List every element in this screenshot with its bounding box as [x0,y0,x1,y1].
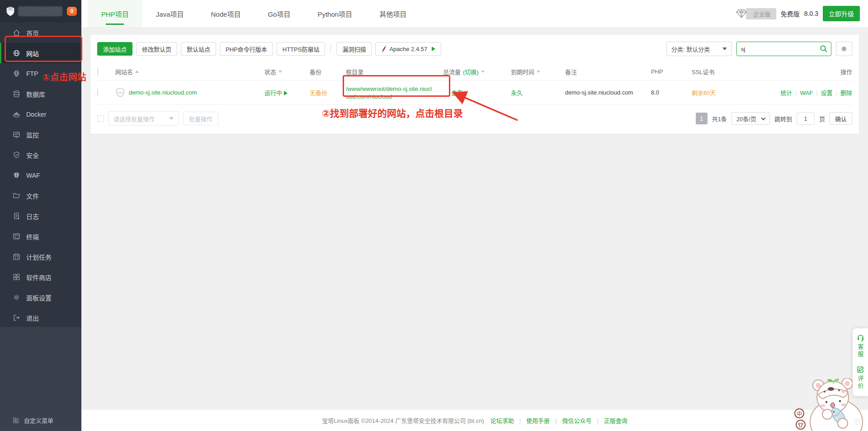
ssl-remaining-link[interactable]: 剩余60天 [692,90,716,96]
action-settings-link[interactable]: 设置 [821,90,833,96]
headset-icon [857,334,864,341]
add-site-button[interactable]: 添加站点 [97,42,132,56]
note-cell[interactable]: demo-sj.site.niucloud.com [565,89,651,96]
floating-widget: 客服 评价 [853,328,868,396]
search-box [736,42,831,56]
batch-action-button[interactable]: 批量操作 [183,112,218,125]
status-running-link[interactable]: 运行中 [264,90,282,96]
header-root-dir: 根目录 [346,67,443,76]
per-page-value: 20条/页 [736,114,756,123]
jump-page-input[interactable] [797,112,815,125]
sidebar-item-label: 软件商店 [26,273,52,282]
table-settings-button[interactable] [836,42,852,56]
diamond-icon [736,9,747,19]
backup-cell: 无备份 [310,88,346,97]
action-stats-link[interactable]: 统计 [780,90,792,96]
monitor-icon [13,131,20,138]
batch-select-all-checkbox[interactable] [97,115,104,122]
dress-up-button[interactable] [796,420,806,430]
row-checkbox[interactable] [97,89,98,96]
grid-icon [13,273,20,281]
php-cli-version-button[interactable]: PHP命令行版本 [220,42,273,56]
header-site-name[interactable]: 网站名 [115,67,264,76]
sidebar-item-logout[interactable]: 退出 [0,308,81,328]
expire-link[interactable]: 永久 [511,90,523,96]
tab-php[interactable]: PHP项目 [88,0,142,27]
language-button[interactable]: 中 [794,408,804,418]
sidebar-item-label: 终端 [26,232,39,241]
footer-link-license-check[interactable]: 正版查询 [591,416,627,425]
default-site-button[interactable]: 默认站点 [181,42,216,56]
shirt-icon [798,422,803,427]
header-status[interactable]: 状态 [264,67,310,76]
customer-service-button[interactable]: 客服 [856,334,865,358]
sidebar-item-database[interactable]: 数据库 [0,84,81,104]
sidebar-item-docker[interactable]: Docker [0,104,81,124]
row-actions-cell: 统计|WAF|设置|删除 [760,88,852,97]
sidebar-item-website[interactable]: 网站 [0,43,81,63]
sidebar-item-files[interactable]: 文件 [0,185,81,206]
sidebar-item-label: 监控 [26,130,39,139]
tab-go[interactable]: Go项目 [254,0,304,27]
page-number-button[interactable]: 1 [696,113,708,124]
edit-default-page-button[interactable]: 修改默认页 [136,42,177,56]
select-all-checkbox[interactable] [97,68,98,76]
apache-feather-icon [381,46,387,52]
sidebar-item-home[interactable]: 首页 [0,23,81,43]
sidebar-item-app-store[interactable]: 软件商店 [0,267,81,287]
vuln-scan-button[interactable]: 漏洞扫描 [336,42,372,56]
jump-confirm-button[interactable]: 确认 [830,112,852,125]
site-name-cell: WAF demo-sj.site.niucloud.com [115,87,264,98]
header-backup: 备份 [310,67,346,76]
edit-icon [857,365,864,373]
customer-service-label: 客服 [856,344,865,358]
per-page-select[interactable]: 20条/页 [731,112,770,125]
database-icon [13,90,20,98]
batch-action-select[interactable]: 请选择批量操作 [108,111,179,126]
traffic-switch-link[interactable]: (切换) [463,67,479,76]
tab-python[interactable]: Python项目 [304,0,366,27]
sidebar-item-security[interactable]: 安全 [0,145,81,165]
upgrade-button[interactable]: 立即升级 [823,6,860,21]
search-icon[interactable] [820,45,828,53]
root-dir-cell: /www/wwwroot/demo-sj.site.niucloud.com/n… [346,85,443,100]
review-button[interactable]: 评价 [856,365,865,390]
apache-service-button[interactable]: Apache 2.4.57 [375,42,441,56]
traffic-view-link[interactable]: 查看 [451,90,463,96]
server-name-redacted [18,6,62,16]
footer-link-wechat[interactable]: 微信公众号 [550,416,591,425]
sidebar-item-monitor[interactable]: 监控 [0,124,81,145]
custom-menu-button[interactable]: 自定义菜单 [13,416,53,425]
chevron-down-icon [722,47,727,50]
footer-link-forum[interactable]: 论坛求助 [491,416,514,425]
tab-node[interactable]: Node项目 [198,0,255,27]
tab-other[interactable]: 其他项目 [366,0,420,27]
sidebar-item-terminal[interactable]: 终端 [0,226,81,246]
action-waf-link[interactable]: WAF [800,90,813,96]
sidebar-item-label: 网站 [26,49,39,58]
sidebar-item-waf[interactable]: WAF [0,165,81,185]
tab-java[interactable]: Java项目 [142,0,198,27]
footer-link-manual[interactable]: 使用手册 [514,416,550,425]
sidebar-item-logs[interactable]: 日志 [0,206,81,226]
header-ops: 操作 [760,67,852,76]
root-dir-link[interactable]: /www/wwwroot/demo-sj.site.niucloud.com/n… [346,85,432,100]
sidebar-item-panel-settings[interactable]: 面板设置 [0,287,81,308]
jump-label: 跳转到 [774,114,792,123]
site-name-link[interactable]: demo-sj.site.niucloud.com [129,89,197,96]
sidebar-item-cron[interactable]: 计划任务 [0,246,81,267]
header-expire[interactable]: 到期时间 [511,67,565,76]
header-traffic[interactable]: 总流量 (切换) [443,67,511,76]
docker-icon [13,110,20,118]
php-version-cell[interactable]: 8.0 [651,89,692,96]
action-delete-link[interactable]: 删除 [840,90,852,96]
search-input[interactable] [736,42,831,56]
waf-shield-icon: WAF [115,87,125,98]
https-guard-button[interactable]: HTTPS防窜站 [277,42,326,56]
expire-cell: 永久 [511,88,565,97]
sidebar-item-ftp[interactable]: FTP [0,63,81,84]
category-select[interactable]: 分类: 默认分类 [666,42,732,56]
message-count-badge[interactable]: 0 [67,7,77,16]
terminal-icon [13,232,20,240]
no-backup-link[interactable]: 无备份 [310,90,327,96]
